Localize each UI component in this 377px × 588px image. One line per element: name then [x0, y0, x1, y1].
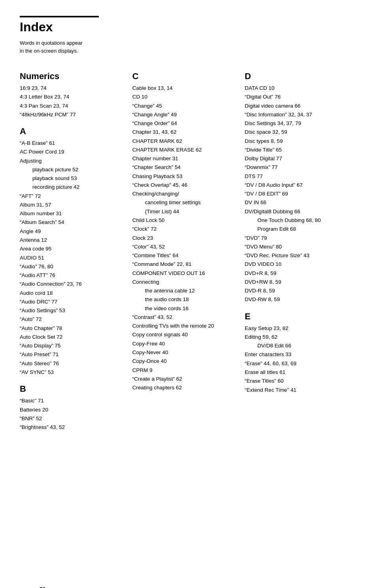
index-entry: “Divide Title” 65 — [245, 146, 349, 154]
index-entry: “Erase” 44, 60, 63, 69 — [245, 359, 349, 368]
index-entry: the antenna cable 12 — [132, 286, 237, 295]
section-heading-d: D — [245, 71, 349, 82]
index-entry: “Album Search” 54 — [20, 218, 124, 227]
index-entry: Copy control signals 40 — [132, 330, 237, 339]
index-entry: “Color” 43, 52 — [132, 243, 237, 251]
index-entry: AC Power Cord 19 — [20, 148, 124, 156]
index-entry: “DVD” 79 — [245, 234, 349, 243]
index-entry: “Brightness” 43, 52 — [20, 423, 124, 432]
index-entry: playback sound 53 — [20, 174, 124, 183]
subtitle: Words in quotations appearin the on-scre… — [20, 39, 357, 55]
index-entry: Chasing Playback 53 — [132, 172, 237, 181]
section-heading-numerics: Numerics — [20, 71, 124, 82]
index-entry: “Extend Rec Time” 41 — [245, 386, 349, 395]
index-entry: Child Lock 50 — [132, 216, 237, 225]
index-entry: “Command Mode” 22, 81 — [132, 260, 237, 269]
index-entry: Disc types 8, 59 — [245, 137, 349, 146]
index-entry: “Downmix” 77 — [245, 163, 349, 172]
index-entry: “Disc Information” 32, 34, 37 — [245, 110, 349, 119]
index-entry: “DVD Menu” 80 — [245, 243, 349, 251]
index-entry: recording picture 42 — [20, 183, 124, 192]
index-entry: “AV SYNC” 53 — [20, 368, 124, 377]
index-entry: Disc Settings 34, 37, 79 — [245, 119, 349, 128]
index-entry: 4:3 Pan Scan 23, 74 — [20, 102, 124, 110]
index-entry: Auto Clock Set 72 — [20, 333, 124, 341]
index-entry: “Change” 45 — [132, 102, 237, 110]
index-entry: Creating chapters 62 — [132, 383, 237, 392]
index-entry: “DV / D8 Audio Input” 67 — [245, 181, 349, 190]
index-entry: Antenna 12 — [20, 236, 124, 245]
index-entry: Enter characters 33 — [245, 350, 349, 359]
index-entry: Angle 49 — [20, 227, 124, 236]
index-entry: the video cords 16 — [132, 304, 237, 313]
index-entry: “Audio ATT” 76 — [20, 271, 124, 280]
index-entry: Disc space 32, 59 — [245, 128, 349, 137]
index-entry: “Digital Out” 76 — [245, 93, 349, 101]
index-entry: DVD-RW 8, 59 — [245, 295, 349, 304]
index-entry: Area code 95 — [20, 245, 124, 253]
index-entry: DVD-R 8, 59 — [245, 286, 349, 295]
index-entry: Editing 59, 62 — [245, 333, 349, 341]
index-entry: DVD VIDEO 10 — [245, 260, 349, 269]
index-entry: Cable box 13, 14 — [132, 84, 237, 93]
section-heading-c: C — [132, 71, 237, 82]
index-entry: Program Edit 68 — [245, 225, 349, 233]
index-entry: Album 31, 57 — [20, 201, 124, 209]
index-entry: “Audio” 76, 80 — [20, 262, 124, 271]
index-entry: “Change Order” 64 — [132, 119, 237, 128]
index-entry: “BNR” 52 — [20, 414, 124, 423]
index-entry: “48kHz/96kHz PCM” 77 — [20, 110, 124, 119]
index-entry: “Auto” 72 — [20, 315, 124, 324]
index-entry: Album number 31 — [20, 209, 124, 218]
index-entry: Copy-Free 40 — [132, 340, 237, 348]
index-entry: “Basic” 71 — [20, 396, 124, 405]
index-entry: (Timer List) 44 — [132, 207, 237, 216]
index-entry: “Auto Display” 75 — [20, 341, 124, 350]
index-entry: DV/Digital8 Dubbing 66 — [245, 207, 349, 216]
index-entry: CHAPTER MARK ERASE 62 — [132, 146, 237, 154]
index-entry: Copy-Never 40 — [132, 348, 237, 357]
index-entry: Erase all titles 61 — [245, 368, 349, 377]
index-entry: “Chapter Search” 54 — [132, 163, 237, 172]
index-entry: CPRM 9 — [132, 366, 237, 375]
index-entry: “DVD Rec. Picture Size” 43 — [245, 251, 349, 260]
index-entry: “Check Overlap” 45, 46 — [132, 181, 237, 190]
index-entry: Batteries 20 — [20, 406, 124, 414]
index-entry: Chapter 31, 43, 62 — [132, 128, 237, 137]
page-title: Index — [20, 20, 357, 34]
index-entry: DATA CD 10 — [245, 84, 349, 93]
column-1: Numerics16:9 23, 744:3 Letter Box 23, 74… — [20, 64, 132, 432]
index-entry: Connecting — [132, 278, 237, 286]
index-entry: the audio cords 18 — [132, 295, 237, 304]
column-3: DDATA CD 10“Digital Out” 76Digital video… — [245, 64, 357, 395]
index-entry: Easy Setup 23, 82 — [245, 324, 349, 333]
index-entry: 16:9 23, 74 — [20, 84, 124, 93]
index-entry: Digital video camera 66 — [245, 102, 349, 110]
section-heading-b: B — [20, 384, 124, 394]
index-entry: DVD+R 8, 59 — [245, 269, 349, 278]
index-entry: Controlling TVs with the remote 20 — [132, 322, 237, 330]
index-entry: “Auto Stereo” 76 — [20, 359, 124, 368]
index-entry: COMPONENT VIDEO OUT 16 — [132, 269, 237, 278]
index-entry: “Contrast” 43, 52 — [132, 313, 237, 322]
index-entry: AUDIO 51 — [20, 254, 124, 262]
index-entry: One Touch Dubbing 68, 80 — [245, 216, 349, 225]
index-entry: CD 10 — [132, 93, 237, 101]
index-entry: DV/D8 Edit 66 — [245, 341, 349, 350]
index-entry: “Audio DRC” 77 — [20, 298, 124, 306]
index-entry: Clock 23 — [132, 234, 237, 243]
index-entry: Checking/changing/ — [132, 190, 237, 198]
index-entry: “Audio Connection” 23, 76 — [20, 280, 124, 288]
index-entry: DV IN 66 — [245, 198, 349, 207]
index-entry: Dolby Digital 77 — [245, 154, 349, 163]
index-entry: DVD+RW 8, 59 — [245, 278, 349, 286]
index-entry: DTS 77 — [245, 172, 349, 181]
index-entry: Copy-Once 40 — [132, 357, 237, 366]
index-entry: “Audio Settings” 53 — [20, 306, 124, 315]
index-entry: “Auto Preset” 71 — [20, 350, 124, 359]
index-entry: Adjusting — [20, 157, 124, 165]
section-heading-e: E — [245, 311, 349, 322]
index-columns: Numerics16:9 23, 744:3 Letter Box 23, 74… — [20, 64, 357, 432]
index-entry: CHAPTER MARK 62 — [132, 137, 237, 146]
index-entry: “Erase Titles” 60 — [245, 377, 349, 385]
